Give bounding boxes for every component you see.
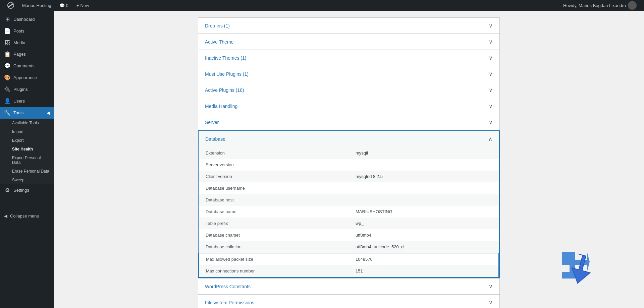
accordion-title-database: Database — [205, 136, 225, 142]
accordion-title-media-handling: Media Handling — [205, 104, 237, 109]
plus-icon: + — [76, 3, 79, 8]
db-collation-value: utf8mb4_unicode_520_ci — [349, 241, 499, 253]
db-server-version-label: Server version — [199, 159, 349, 171]
accordion-wp-constants: WordPress Constants ∨ — [198, 278, 500, 295]
pages-icon: 📋 — [4, 51, 11, 57]
db-max-packet-label: Max allowed packet size — [199, 253, 349, 265]
table-row: Extension mysqli — [199, 147, 499, 159]
site-name-button[interactable]: Marius Hosting — [19, 0, 55, 11]
submenu-export[interactable]: Export — [0, 136, 54, 145]
posts-icon: 📄 — [4, 28, 11, 34]
accordion-filesystem: Filesystem Permissions ∨ — [198, 295, 500, 308]
accordion-header-server[interactable]: Server ∨ — [198, 114, 499, 130]
db-max-packet-value: 1048576 — [349, 253, 499, 265]
db-username-label: Database username — [199, 182, 349, 194]
accordion-title-wp-constants: WordPress Constants — [205, 284, 251, 289]
sidebar-item-plugins[interactable]: 🔌 Plugins — [0, 83, 54, 95]
accordion-header-database[interactable]: Database ∧ — [199, 131, 499, 147]
accordion-header-active-theme[interactable]: Active Theme ∨ — [198, 34, 499, 50]
site-name-label: Marius Hosting — [22, 3, 51, 8]
accordion-header-must-use-plugins[interactable]: Must Use Plugins (1) ∨ — [198, 66, 499, 82]
db-name-value: MARIUSHOSTING — [349, 206, 499, 218]
comments-button[interactable]: 💬 0 — [56, 0, 72, 11]
accordion-drop-ins: Drop-ins (1) ∨ — [198, 17, 500, 34]
sidebar-item-pages[interactable]: 📋 Pages — [0, 48, 54, 60]
accordion-title-active-plugins: Active Plugins (18) — [205, 87, 244, 93]
tools-submenu: Available Tools Import Export Site Healt… — [0, 119, 54, 184]
sidebar-label-plugins: Plugins — [13, 87, 28, 92]
db-extension-label: Extension — [199, 147, 349, 159]
accordion-header-active-plugins[interactable]: Active Plugins (18) ∨ — [198, 82, 499, 98]
submenu-import[interactable]: Import — [0, 127, 54, 136]
main-content: Drop-ins (1) ∨ Active Theme ∨ Inactive T… — [54, 11, 644, 308]
collapse-icon: ◀ — [4, 213, 7, 219]
sidebar-item-users[interactable]: 👤 Users — [0, 95, 54, 107]
sidebar-label-settings: Settings — [13, 188, 29, 193]
sidebar-label-tools: Tools — [13, 110, 23, 115]
wp-logo-button[interactable] — [4, 0, 17, 11]
db-max-conn-label: Max connections number — [199, 265, 349, 277]
chevron-down-icon-9: ∨ — [489, 299, 493, 306]
submenu-erase-personal-data[interactable]: Erase Personal Data — [0, 167, 54, 176]
db-client-version-label: Client version — [199, 171, 349, 182]
collapse-label: Collapse menu — [10, 213, 39, 219]
accordion-title-inactive-themes: Inactive Themes (1) — [205, 55, 246, 61]
chevron-down-icon-4: ∨ — [489, 71, 493, 77]
submenu-site-health[interactable]: Site Health — [0, 145, 54, 153]
content-wrapper: Drop-ins (1) ∨ Active Theme ∨ Inactive T… — [198, 17, 500, 308]
sidebar-item-posts[interactable]: 📄 Posts — [0, 25, 54, 37]
db-server-version-value — [349, 159, 499, 171]
accordion-header-drop-ins[interactable]: Drop-ins (1) ∨ — [198, 18, 499, 34]
table-row-highlighted-max-packet: Max allowed packet size 1048576 — [199, 253, 499, 265]
accordion-header-inactive-themes[interactable]: Inactive Themes (1) ∨ — [198, 50, 499, 66]
submenu-available-tools[interactable]: Available Tools — [0, 119, 54, 127]
tools-arrow: ◀ — [47, 111, 50, 115]
dashboard-icon: ⊞ — [4, 16, 11, 22]
comments-count: 0 — [66, 3, 68, 8]
comment-icon: 💬 — [59, 3, 65, 8]
chevron-down-icon: ∨ — [489, 22, 493, 29]
appearance-icon: 🎨 — [4, 74, 11, 81]
submenu-sweep[interactable]: Sweep — [0, 176, 54, 184]
database-table: Extension mysqli Server version Client v… — [199, 147, 499, 278]
table-row: Database charset utf8mb4 — [199, 229, 499, 241]
accordion-active-theme: Active Theme ∨ — [198, 34, 500, 50]
sidebar-item-dashboard[interactable]: ⊞ Dashboard — [0, 13, 54, 25]
sidebar-label-dashboard: Dashboard — [13, 17, 35, 22]
howdy-text: Howdy, Marius Bogdan Lixandru — [563, 3, 626, 8]
accordion-title-filesystem: Filesystem Permissions — [205, 300, 254, 305]
sidebar-item-comments[interactable]: 💬 Comments — [0, 60, 54, 72]
new-content-button[interactable]: + New — [73, 0, 93, 11]
sidebar-item-media[interactable]: 🖼 Media — [0, 37, 54, 48]
accordion-server: Server ∨ — [198, 114, 500, 130]
chevron-down-icon-3: ∨ — [489, 55, 493, 61]
plugins-icon: 🔌 — [4, 86, 11, 93]
tools-icon: 🔧 — [4, 110, 11, 116]
collapse-menu-button[interactable]: ◀ Collapse menu — [0, 209, 54, 223]
sidebar-label-appearance: Appearance — [13, 75, 37, 80]
sidebar-item-appearance[interactable]: 🎨 Appearance — [0, 72, 54, 83]
table-row: Table prefix wp_ — [199, 218, 499, 229]
db-prefix-value: wp_ — [349, 218, 499, 229]
accordion-database: Database ∧ Extension mysqli Server versi… — [198, 130, 500, 278]
submenu-export-personal-data[interactable]: Export Personal Data — [0, 153, 54, 167]
sidebar-item-settings[interactable]: ⚙ Settings — [0, 184, 54, 196]
accordion-header-filesystem[interactable]: Filesystem Permissions ∨ — [198, 295, 499, 308]
table-row: Database username — [199, 182, 499, 194]
accordion-header-wp-constants[interactable]: WordPress Constants ∨ — [198, 279, 499, 294]
accordion-header-media-handling[interactable]: Media Handling ∨ — [198, 98, 499, 114]
sidebar-label-media: Media — [13, 40, 25, 45]
media-icon: 🖼 — [4, 40, 11, 46]
user-avatar — [628, 1, 637, 10]
sidebar-item-tools[interactable]: 🔧 Tools ◀ — [0, 107, 54, 119]
table-row: Database host — [199, 194, 499, 206]
db-name-label: Database name — [199, 206, 349, 218]
admin-bar: Marius Hosting 💬 0 + New Howdy, Marius B… — [0, 0, 644, 11]
db-extension-value: mysqli — [349, 147, 499, 159]
sidebar-label-pages: Pages — [13, 52, 26, 57]
db-charset-label: Database charset — [199, 229, 349, 241]
chevron-down-icon-6: ∨ — [489, 103, 493, 109]
comments-icon: 💬 — [4, 63, 11, 69]
table-row: Database collation utf8mb4_unicode_520_c… — [199, 241, 499, 253]
table-row: Database name MARIUSHOSTING — [199, 206, 499, 218]
